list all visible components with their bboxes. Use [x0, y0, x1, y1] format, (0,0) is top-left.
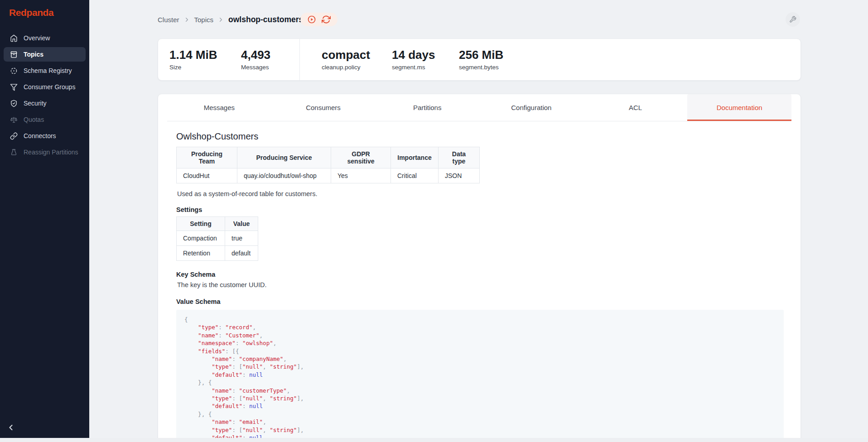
- key-schema-text: The key is the customer UUID.: [177, 281, 782, 288]
- connectors-icon: [10, 132, 18, 140]
- stat-label: segment.ms: [392, 64, 435, 71]
- tab-documentation[interactable]: Documentation: [687, 94, 791, 121]
- tab-partitions[interactable]: Partitions: [375, 94, 479, 121]
- value-schema-code: { "type": "record", "name": "Customer", …: [184, 316, 304, 442]
- stat-cleanup-policy: compactcleanup.policy: [322, 39, 370, 80]
- settings-section: Settings SettingValueCompactiontrueReten…: [176, 206, 782, 261]
- stat-value: compact: [322, 48, 370, 61]
- table-cell: CloudHut: [177, 168, 237, 183]
- stat-value: 14 days: [392, 48, 435, 61]
- table-header-row: SettingValue: [177, 217, 258, 231]
- table-header-row: Producing TeamProducing ServiceGDPR sens…: [177, 147, 480, 168]
- table-cell: JSON: [439, 168, 480, 183]
- table-cell: Critical: [391, 168, 439, 183]
- stats-divider: [299, 39, 300, 80]
- sidebar-item-label: Quotas: [24, 116, 44, 123]
- table-cell: Retention: [177, 246, 225, 261]
- stat-label: cleanup.policy: [322, 64, 370, 71]
- produce-record-button[interactable]: [307, 15, 316, 24]
- settings-heading: Settings: [176, 206, 782, 213]
- stat-label: Size: [169, 64, 217, 71]
- reassign-partitions-icon: [10, 149, 18, 156]
- sidebar-item-quotas: Quotas: [4, 112, 86, 127]
- value-schema-heading: Value Schema: [176, 298, 782, 305]
- tab-consumers[interactable]: Consumers: [271, 94, 376, 121]
- stat-segment-ms: 14 dayssegment.ms: [392, 39, 435, 80]
- stat-value: 256 MiB: [459, 48, 503, 61]
- tab-acl[interactable]: ACL: [583, 94, 688, 121]
- stat-label: segment.bytes: [459, 64, 503, 71]
- sidebar-item-connectors[interactable]: Connectors: [4, 129, 86, 143]
- sidebar-item-label: Consumer Groups: [24, 83, 75, 91]
- doc-note: Used as a system-of-record table for cus…: [177, 190, 782, 197]
- chevron-left-icon: [6, 423, 15, 432]
- sidebar-item-label: Schema Registry: [24, 67, 72, 74]
- tab-bar: MessagesConsumersPartitionsConfiguration…: [167, 94, 791, 121]
- column-header: Producing Team: [177, 147, 237, 168]
- topic-stats-card: 1.14 MiBSize4,493Messagescompactcleanup.…: [158, 38, 801, 81]
- column-header: Producing Service: [237, 147, 331, 168]
- topic-detail-card: MessagesConsumersPartitionsConfiguration…: [158, 94, 801, 442]
- sidebar: Redpanda OverviewTopicsSchema RegistryCo…: [0, 0, 89, 442]
- sidebar-item-consumer-groups[interactable]: Consumer Groups: [4, 80, 86, 94]
- documentation-panel: Owlshop-Customers Producing TeamProducin…: [158, 121, 800, 442]
- table-row: Compactiontrue: [177, 231, 258, 246]
- chevron-right-icon: [183, 16, 190, 23]
- column-header: Setting: [177, 217, 225, 231]
- quotas-icon: [10, 116, 18, 124]
- breadcrumb-current: owlshop-customers: [228, 15, 303, 24]
- breadcrumb: ClusterTopicsowlshop-customers: [158, 12, 303, 27]
- column-header: Value: [225, 217, 258, 231]
- value-schema-code-block: { "type": "record", "name": "Customer", …: [176, 310, 784, 442]
- tab-messages[interactable]: Messages: [167, 94, 271, 121]
- sidebar-item-label: Security: [24, 100, 47, 107]
- stat-messages: 4,493Messages: [241, 39, 270, 80]
- stat-size: 1.14 MiBSize: [169, 39, 217, 80]
- tab-configuration[interactable]: Configuration: [479, 94, 583, 121]
- schema-registry-icon: [10, 67, 18, 75]
- wrench-icon: [789, 16, 796, 23]
- column-header: Data type: [439, 147, 480, 168]
- sidebar-item-security[interactable]: Security: [4, 96, 86, 110]
- main-area: ClusterTopicsowlshop-customers 1.14 MiBS…: [89, 0, 868, 442]
- table-row: Retentiondefault: [177, 246, 258, 261]
- preferences-button[interactable]: [786, 12, 800, 27]
- redpanda-logo: Redpanda: [9, 7, 53, 18]
- table-cell: default: [225, 246, 258, 261]
- sidebar-item-label: Topics: [24, 51, 43, 58]
- breadcrumb-link[interactable]: Topics: [194, 16, 214, 24]
- table-cell: Yes: [331, 168, 391, 183]
- refresh-button[interactable]: [322, 15, 331, 24]
- sidebar-item-topics[interactable]: Topics: [4, 47, 86, 62]
- horizontal-scrollbar[interactable]: [0, 438, 868, 442]
- table-cell: true: [225, 231, 258, 246]
- sidebar-item-schema-registry[interactable]: Schema Registry: [4, 63, 86, 78]
- doc-title: Owlshop-Customers: [176, 131, 782, 142]
- consumer-groups-icon: [10, 83, 18, 91]
- sidebar-item-overview[interactable]: Overview: [4, 31, 86, 45]
- topic-actions-pill: [300, 13, 338, 26]
- home-icon: [10, 34, 18, 42]
- topic-info-table: Producing TeamProducing ServiceGDPR sens…: [176, 147, 480, 183]
- security-icon: [10, 100, 18, 107]
- settings-table: SettingValueCompactiontrueRetentiondefau…: [176, 216, 258, 261]
- breadcrumb-link[interactable]: Cluster: [158, 16, 179, 24]
- refresh-icon: [322, 15, 331, 24]
- table-row: CloudHutquay.io/cloudhut/owl-shopYesCrit…: [177, 168, 480, 183]
- sidebar-item-reassign-partitions: Reassign Partitions: [4, 145, 86, 159]
- sidebar-item-label: Connectors: [24, 132, 56, 139]
- sidebar-item-label: Reassign Partitions: [24, 149, 78, 156]
- table-cell: quay.io/cloudhut/owl-shop: [237, 168, 331, 183]
- stat-value: 4,493: [241, 48, 270, 61]
- column-header: Importance: [391, 147, 439, 168]
- topics-icon: [10, 51, 18, 58]
- stat-label: Messages: [241, 64, 270, 71]
- sidebar-collapse-button[interactable]: [6, 423, 15, 432]
- column-header: GDPR sensitive: [331, 147, 391, 168]
- sidebar-nav: OverviewTopicsSchema RegistryConsumer Gr…: [0, 29, 89, 161]
- sidebar-item-label: Overview: [24, 34, 50, 42]
- chevron-right-icon: [217, 16, 224, 23]
- stat-segment-bytes: 256 MiBsegment.bytes: [459, 39, 503, 80]
- key-schema-heading: Key Schema: [176, 271, 782, 278]
- table-cell: Compaction: [177, 231, 225, 246]
